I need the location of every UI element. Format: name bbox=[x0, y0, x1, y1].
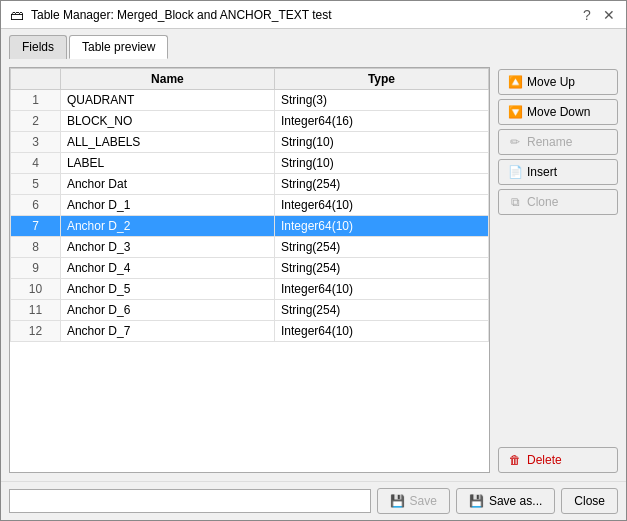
close-title-button[interactable]: ✕ bbox=[600, 6, 618, 24]
dialog: 🗃 Table Manager: Merged_Block and ANCHOR… bbox=[0, 0, 627, 521]
window-title: Table Manager: Merged_Block and ANCHOR_T… bbox=[31, 8, 332, 22]
title-bar-left: 🗃 Table Manager: Merged_Block and ANCHOR… bbox=[9, 7, 332, 23]
window-icon: 🗃 bbox=[9, 7, 25, 23]
row-num: 8 bbox=[11, 237, 61, 258]
filter-input[interactable] bbox=[9, 489, 371, 513]
title-bar: 🗃 Table Manager: Merged_Block and ANCHOR… bbox=[1, 1, 626, 29]
table-row[interactable]: 10Anchor D_5Integer64(10) bbox=[11, 279, 489, 300]
col-header-type: Type bbox=[274, 69, 488, 90]
row-type: Integer64(10) bbox=[274, 216, 488, 237]
table-container[interactable]: Name Type 1QUADRANTString(3)2BLOCK_NOInt… bbox=[10, 68, 489, 472]
row-name: Anchor D_7 bbox=[60, 321, 274, 342]
table-row[interactable]: 9Anchor D_4String(254) bbox=[11, 258, 489, 279]
insert-icon: 📄 bbox=[507, 164, 523, 180]
row-name: Anchor D_1 bbox=[60, 195, 274, 216]
row-num: 3 bbox=[11, 132, 61, 153]
rename-button[interactable]: ✏ Rename bbox=[498, 129, 618, 155]
delete-button[interactable]: 🗑 Delete bbox=[498, 447, 618, 473]
help-button[interactable]: ? bbox=[578, 6, 596, 24]
col-header-name: Name bbox=[60, 69, 274, 90]
table-row[interactable]: 2BLOCK_NOInteger64(16) bbox=[11, 111, 489, 132]
action-buttons-panel: 🔼 Move Up 🔽 Move Down ✏ Rename 📄 Insert … bbox=[498, 67, 618, 473]
clone-icon: ⧉ bbox=[507, 194, 523, 210]
table-row[interactable]: 6Anchor D_1Integer64(10) bbox=[11, 195, 489, 216]
move-down-button[interactable]: 🔽 Move Down bbox=[498, 99, 618, 125]
delete-icon: 🗑 bbox=[507, 452, 523, 468]
row-name: Anchor D_5 bbox=[60, 279, 274, 300]
table-row[interactable]: 4LABELString(10) bbox=[11, 153, 489, 174]
row-type: String(254) bbox=[274, 237, 488, 258]
row-name: Anchor Dat bbox=[60, 174, 274, 195]
move-down-icon: 🔽 bbox=[507, 104, 523, 120]
tab-bar: Fields Table preview bbox=[1, 29, 626, 59]
row-type: Integer64(10) bbox=[274, 321, 488, 342]
table-row[interactable]: 5Anchor DatString(254) bbox=[11, 174, 489, 195]
save-button[interactable]: 💾 Save bbox=[377, 488, 450, 514]
table-row[interactable]: 12Anchor D_7Integer64(10) bbox=[11, 321, 489, 342]
move-up-icon: 🔼 bbox=[507, 74, 523, 90]
row-num: 5 bbox=[11, 174, 61, 195]
row-name: Anchor D_4 bbox=[60, 258, 274, 279]
row-num: 12 bbox=[11, 321, 61, 342]
row-num: 6 bbox=[11, 195, 61, 216]
row-name: ALL_LABELS bbox=[60, 132, 274, 153]
table-row[interactable]: 3ALL_LABELSString(10) bbox=[11, 132, 489, 153]
row-num: 7 bbox=[11, 216, 61, 237]
row-type: String(254) bbox=[274, 174, 488, 195]
row-type: String(10) bbox=[274, 153, 488, 174]
row-name: Anchor D_3 bbox=[60, 237, 274, 258]
save-as-button[interactable]: 💾 Save as... bbox=[456, 488, 555, 514]
row-type: String(10) bbox=[274, 132, 488, 153]
tab-table-preview[interactable]: Table preview bbox=[69, 35, 168, 59]
row-num: 1 bbox=[11, 90, 61, 111]
table-row[interactable]: 1QUADRANTString(3) bbox=[11, 90, 489, 111]
table-row[interactable]: 11Anchor D_6String(254) bbox=[11, 300, 489, 321]
row-num: 10 bbox=[11, 279, 61, 300]
row-type: String(254) bbox=[274, 258, 488, 279]
row-name: BLOCK_NO bbox=[60, 111, 274, 132]
rename-icon: ✏ bbox=[507, 134, 523, 150]
table-section: Name Type 1QUADRANTString(3)2BLOCK_NOInt… bbox=[9, 67, 490, 473]
main-content: Name Type 1QUADRANTString(3)2BLOCK_NOInt… bbox=[1, 59, 626, 481]
row-type: String(254) bbox=[274, 300, 488, 321]
row-num: 11 bbox=[11, 300, 61, 321]
clone-button[interactable]: ⧉ Clone bbox=[498, 189, 618, 215]
row-type: Integer64(16) bbox=[274, 111, 488, 132]
title-bar-controls: ? ✕ bbox=[578, 6, 618, 24]
row-num: 2 bbox=[11, 111, 61, 132]
insert-button[interactable]: 📄 Insert bbox=[498, 159, 618, 185]
row-type: String(3) bbox=[274, 90, 488, 111]
save-icon: 💾 bbox=[390, 493, 406, 509]
col-header-num bbox=[11, 69, 61, 90]
row-name: LABEL bbox=[60, 153, 274, 174]
row-num: 9 bbox=[11, 258, 61, 279]
move-up-button[interactable]: 🔼 Move Up bbox=[498, 69, 618, 95]
row-type: Integer64(10) bbox=[274, 195, 488, 216]
row-name: Anchor D_6 bbox=[60, 300, 274, 321]
fields-table: Name Type 1QUADRANTString(3)2BLOCK_NOInt… bbox=[10, 68, 489, 342]
table-row[interactable]: 8Anchor D_3String(254) bbox=[11, 237, 489, 258]
table-row[interactable]: 7Anchor D_2Integer64(10) bbox=[11, 216, 489, 237]
row-name: QUADRANT bbox=[60, 90, 274, 111]
save-as-icon: 💾 bbox=[469, 493, 485, 509]
row-num: 4 bbox=[11, 153, 61, 174]
footer: 💾 Save 💾 Save as... Close bbox=[1, 481, 626, 520]
row-type: Integer64(10) bbox=[274, 279, 488, 300]
close-button[interactable]: Close bbox=[561, 488, 618, 514]
tab-fields[interactable]: Fields bbox=[9, 35, 67, 59]
row-name: Anchor D_2 bbox=[60, 216, 274, 237]
